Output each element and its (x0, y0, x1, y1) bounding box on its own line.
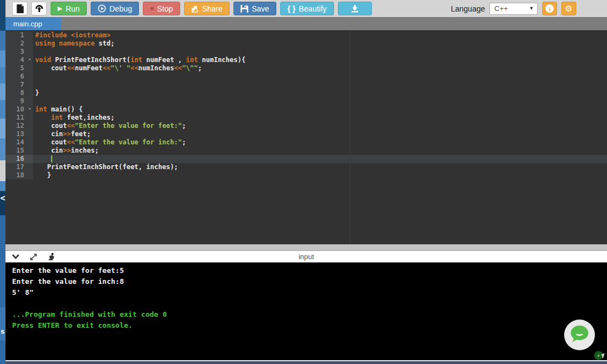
line-number[interactable]: 2 (5, 40, 33, 48)
download-icon (351, 5, 359, 13)
text-cursor (51, 155, 52, 163)
save-button[interactable]: Save (233, 2, 276, 15)
line-number[interactable]: 15 (5, 147, 33, 155)
code-editor[interactable]: 1234▾5678910▾1112131415161718 #include <… (5, 30, 607, 244)
debug-button[interactable]: Debug (91, 2, 139, 15)
line-number[interactable]: 17 (5, 163, 33, 171)
toolbar-right: Language C++ ▼ i ⚙ (451, 2, 576, 15)
code-line[interactable]: } (33, 89, 607, 97)
save-icon (241, 5, 248, 13)
toolbar: ▶ Run Debug ■ Stop Share Save { } (5, 0, 607, 17)
line-number[interactable]: 10▾ (5, 105, 33, 114)
code-line[interactable] (33, 81, 607, 89)
stop-icon: ■ (150, 5, 154, 12)
tab-label: main.cpp (13, 20, 42, 28)
console-header: input (5, 251, 607, 262)
download-button[interactable] (338, 2, 372, 15)
code-line[interactable]: using namespace std; (33, 40, 607, 48)
upload-icon (35, 4, 43, 13)
code-line[interactable] (33, 72, 607, 81)
code-lines: #include <iostream>using namespace std;v… (33, 31, 607, 180)
play-icon: ▶ (58, 5, 62, 12)
console-input-label[interactable]: input (5, 251, 607, 262)
tab-bar: main.cpp (5, 17, 607, 30)
debug-icon (98, 4, 106, 13)
console-line: Enter the value for feet:5 (12, 265, 607, 276)
code-line[interactable]: int main() { (33, 105, 607, 114)
upload-button[interactable] (31, 2, 47, 15)
code-line[interactable] (33, 155, 607, 163)
online-ide-app: < s ▶ Run Debug ■ Stop (0, 0, 607, 364)
save-label: Save (252, 4, 269, 13)
gear-icon: ⚙ (565, 4, 572, 13)
left-sidebar-strip (0, 0, 5, 364)
console-line: 5' 8" (12, 287, 607, 298)
console-line: Enter the value for inch:8 (12, 276, 607, 287)
run-label: Run (65, 4, 80, 13)
debug-label: Debug (109, 4, 132, 13)
console-line: Press ENTER to exit console. (12, 320, 607, 331)
left-strip-text: s (1, 327, 4, 335)
line-number[interactable]: 4▾ (5, 56, 33, 64)
info-icon: i (545, 4, 554, 13)
code-line[interactable]: PrintFeetInchShort(feet, inches); (33, 163, 607, 171)
line-number[interactable]: 6 (5, 72, 33, 81)
language-label: Language (451, 4, 485, 13)
code-line[interactable]: cout<<"Enter the value for inch:"; (33, 138, 607, 147)
code-line[interactable]: void PrintFeetInchShort(int numFeet , in… (33, 56, 607, 64)
code-line[interactable]: int feet,inches; (33, 114, 607, 122)
line-number[interactable]: 1 (5, 31, 33, 40)
braces-icon: { } (287, 4, 296, 13)
beautify-button[interactable]: { } Beautify (280, 2, 333, 15)
code-line[interactable]: #include <iostream> (33, 31, 607, 40)
line-number[interactable]: 11 (5, 114, 33, 122)
bottom-band (5, 361, 607, 364)
code-line[interactable]: } (33, 171, 607, 180)
line-number[interactable]: 5 (5, 64, 33, 72)
fold-icon[interactable]: ▾ (29, 57, 31, 62)
line-number[interactable]: 13 (5, 130, 33, 138)
stop-button[interactable]: ■ Stop (143, 2, 180, 15)
code-line[interactable] (33, 48, 607, 56)
line-number[interactable]: 8 (5, 89, 33, 97)
code-line[interactable] (33, 97, 607, 105)
share-label: Share (202, 4, 222, 13)
code-line[interactable]: cin>>inches; (33, 147, 607, 155)
new-file-icon (16, 4, 24, 13)
new-file-button[interactable] (12, 2, 27, 15)
dropdown-arrow-icon: ▼ (529, 5, 534, 11)
info-button[interactable]: i (542, 2, 557, 15)
tab-main-cpp[interactable]: main.cpp (5, 18, 62, 30)
gutter: 1234▾5678910▾1112131415161718 (5, 31, 33, 180)
line-number[interactable]: 3 (5, 48, 33, 56)
line-number[interactable]: 16 (5, 155, 33, 163)
console-line (12, 298, 607, 309)
line-number[interactable]: 9 (5, 97, 33, 105)
share-icon (191, 5, 199, 13)
language-select[interactable]: C++ ▼ (489, 3, 538, 15)
code-line[interactable]: cout<<numFeet<<"\' "<<numInches<<"\""; (33, 64, 607, 72)
console-line: ...Program finished with exit code 0 (12, 309, 607, 320)
line-number[interactable]: 18 (5, 171, 33, 180)
line-number[interactable]: 12 (5, 122, 33, 130)
chat-widget-button[interactable] (564, 320, 595, 350)
run-button[interactable]: ▶ Run (51, 2, 87, 15)
fold-icon[interactable]: ▾ (29, 106, 31, 111)
code-line[interactable]: cin>>feet; (33, 130, 607, 138)
beautify-label: Beautify (299, 4, 327, 13)
settings-button[interactable]: ⚙ (561, 2, 576, 15)
share-button[interactable]: Share (184, 2, 230, 15)
stop-label: Stop (157, 4, 173, 13)
editor-console-separator[interactable] (5, 244, 607, 251)
code-line[interactable]: cout<<"Enter the value for feet:"; (33, 122, 607, 130)
console-output[interactable]: Enter the value for feet:5Enter the valu… (5, 262, 607, 360)
collapse-panel-icon[interactable]: < (0, 193, 5, 203)
language-value: C++ (494, 4, 508, 13)
chat-bubble-icon (570, 324, 589, 345)
line-number[interactable]: 7 (5, 81, 33, 89)
line-number[interactable]: 14 (5, 138, 33, 147)
